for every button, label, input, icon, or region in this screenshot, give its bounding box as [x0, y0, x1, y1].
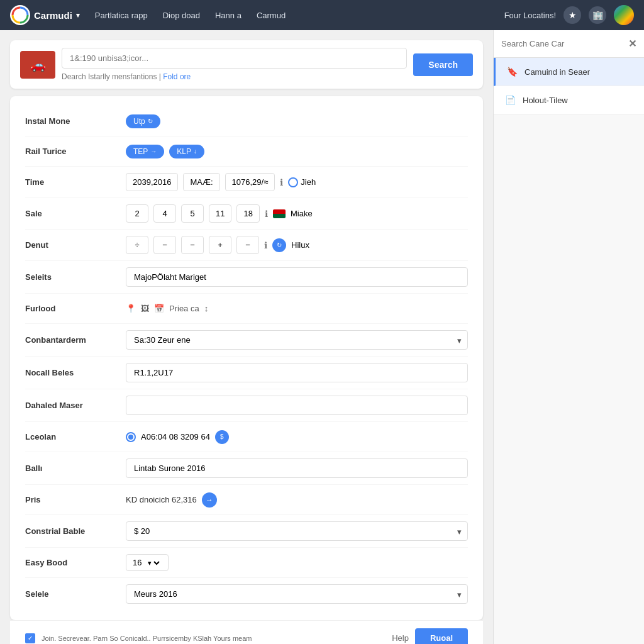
star-icon[interactable]: ★ — [564, 6, 581, 24]
easy-bood-dropdown[interactable]: 16 ▾ — [126, 554, 169, 571]
sale-num4[interactable]: 11 — [209, 204, 231, 223]
nav-link-1[interactable]: Partlatica rapp — [95, 11, 148, 20]
value-selele: Meurs 2016 — [126, 584, 468, 604]
right-close-button[interactable]: ✕ — [628, 38, 636, 50]
brand-dropdown-icon[interactable]: ▾ — [76, 11, 80, 19]
search-input[interactable] — [62, 48, 407, 69]
fold-link[interactable]: Fold ore — [163, 72, 191, 81]
form-row-instal-mone: Instal Mone Utp ↻ — [25, 106, 468, 136]
pris-arrow-icon[interactable]: → — [202, 492, 217, 508]
help-button[interactable]: Help — [392, 633, 409, 643]
right-search-bar: ✕ — [494, 30, 644, 58]
time-val1[interactable]: 2039,2016 — [126, 173, 178, 191]
denut-sync-icon[interactable]: ↻ — [272, 238, 286, 252]
lceolan-dollar-icon[interactable]: $ — [215, 430, 229, 444]
brand-name: Carmudi — [34, 10, 72, 21]
search-input-wrap: Dearch Istarlly mensfantions | Fold ore — [62, 48, 407, 81]
time-info-icon[interactable]: ℹ — [280, 177, 283, 187]
form-row-nocall-beles: Nocall Beles — [25, 357, 468, 389]
easy-bood-select[interactable]: ▾ — [145, 558, 162, 567]
label-nocall-beles: Nocall Beles — [25, 368, 126, 377]
right-search-input[interactable] — [501, 39, 623, 48]
denut-btn5[interactable]: − — [236, 236, 259, 254]
form-row-sale: Sale 2 4 5 11 18 ℹ Miake — [25, 198, 468, 230]
selele-select[interactable]: Meurs 2016 — [126, 584, 468, 604]
sale-num5[interactable]: 18 — [236, 204, 259, 223]
menu-icon-1: 📄 — [504, 94, 516, 106]
value-nocall-beles — [126, 363, 468, 382]
navbar-right: Four Locatins! ★ 🏢 — [504, 5, 634, 25]
sale-num1[interactable]: 2 — [126, 204, 148, 223]
balli-input[interactable] — [126, 458, 468, 478]
denut-btn2[interactable]: − — [153, 236, 176, 254]
right-menu-item-0[interactable]: 🔖 Camuind in Seaer — [494, 58, 644, 86]
menu-label-1: Holout-Tilew — [523, 96, 568, 105]
car-thumbnail: 🚗 — [20, 51, 55, 79]
denut-btn1[interactable]: ÷ — [126, 236, 148, 254]
nav-link-2[interactable]: Diop doad — [163, 11, 200, 20]
dahaled-maser-input[interactable] — [126, 396, 468, 415]
search-button[interactable]: Search — [413, 53, 473, 76]
main-layout: 🚗 Dearch Istarlly mensfantions | Fold or… — [0, 30, 644, 644]
building-icon[interactable]: 🏢 — [589, 6, 606, 24]
brand[interactable]: Carmudi ▾ — [10, 5, 80, 25]
seleits-input[interactable] — [126, 267, 468, 287]
value-conbantarderm: Sa:30 Zeur ene — [126, 330, 468, 350]
user-avatar[interactable] — [614, 5, 634, 25]
label-conbantarderm: Conbantarderm — [25, 335, 126, 345]
denut-text: Hilux — [291, 240, 309, 250]
denut-info-icon[interactable]: ℹ — [264, 240, 267, 250]
constrial-bable-select[interactable]: $ 20 — [126, 521, 468, 541]
search-hint: Dearch Istarlly mensfantions | Fold ore — [62, 72, 407, 81]
form-row-conbantarderm: Conbantarderm Sa:30 Zeur ene — [25, 324, 468, 357]
right-menu-item-1[interactable]: 📄 Holout-Tilew — [494, 86, 644, 114]
sale-info-icon[interactable]: ℹ — [265, 209, 268, 219]
nocall-beles-input[interactable] — [126, 363, 468, 382]
menu-label-0: Camuind in Seaer — [525, 67, 590, 77]
label-dahaled-maser: Dahaled Maser — [25, 401, 126, 410]
sale-num3[interactable]: 5 — [181, 204, 204, 223]
conbantarderm-select[interactable]: Sa:30 Zeur ene — [126, 330, 468, 350]
nav-link-3[interactable]: Hann a — [215, 11, 242, 20]
label-selele: Selele — [25, 589, 126, 599]
label-rail-turice: Rail Turice — [25, 147, 126, 156]
value-constrial-bable: $ 20 — [126, 521, 468, 541]
value-pris: KD dnoicich 62,316 → — [126, 492, 468, 508]
label-constrial-bable: Constrial Bable — [25, 526, 126, 536]
furlood-arrow[interactable]: ↕ — [204, 304, 209, 313]
value-easy-bood: 16 ▾ — [126, 554, 468, 571]
form-row-selele: Selele Meurs 2016 — [25, 578, 468, 610]
flag-icon — [273, 209, 286, 218]
value-lceolan: A06:04 08 3209 64 $ — [126, 430, 468, 444]
nav-link-4[interactable]: Carmud — [257, 11, 286, 20]
denut-btn3[interactable]: − — [181, 236, 204, 254]
time-radio[interactable]: Jieh — [288, 177, 316, 187]
reset-button[interactable]: Ruoal — [415, 628, 468, 644]
radio-lceolan[interactable] — [126, 432, 136, 442]
value-sale: 2 4 5 11 18 ℹ Miake — [126, 204, 468, 223]
value-rail-turice: TEP → KLP ↓ — [126, 145, 468, 158]
form-row-dahaled-maser: Dahaled Maser — [25, 389, 468, 422]
furlood-icon-img: 🖼 — [141, 304, 149, 313]
time-val2[interactable]: MAÆ: — [183, 173, 219, 191]
footer-checkbox[interactable]: ✓ — [25, 633, 35, 643]
lceolan-text: A06:04 08 3209 64 — [141, 432, 210, 441]
badge-klp[interactable]: KLP ↓ — [169, 145, 204, 158]
badge-tep[interactable]: TEP → — [126, 145, 164, 158]
form-row-time: Time 2039,2016 MAÆ: 1076,29/≈ ℹ Jieh — [25, 167, 468, 198]
search-bar-container: 🚗 Dearch Istarlly mensfantions | Fold or… — [10, 40, 483, 89]
brand-logo — [10, 5, 30, 25]
badge-utp[interactable]: Utp ↻ — [126, 114, 160, 128]
furlood-text: Priea ca — [169, 304, 199, 313]
right-panel: ✕ 🔖 Camuind in Seaer 📄 Holout-Tilew — [493, 30, 644, 644]
form-container: Instal Mone Utp ↻ Rail Turice TEP → — [10, 96, 483, 620]
radio-jieh[interactable] — [288, 177, 298, 187]
sale-num2[interactable]: 4 — [153, 204, 176, 223]
menu-icon-0: 🔖 — [506, 65, 518, 78]
value-instal-mone: Utp ↻ — [126, 114, 468, 128]
time-val3[interactable]: 1076,29/≈ — [225, 173, 275, 191]
form-row-rail-turice: Rail Turice TEP → KLP ↓ — [25, 136, 468, 167]
denut-btn4[interactable]: + — [209, 236, 231, 254]
form-row-easy-bood: Easy Bood 16 ▾ — [25, 548, 468, 578]
form-footer: ✓ Join. Secrevear. Parn So Conicald.. Pu… — [10, 620, 483, 644]
